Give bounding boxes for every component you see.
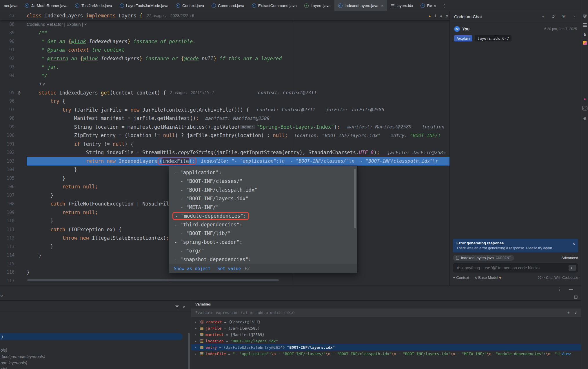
tab-IndexedLayers.java[interactable]: CIndexedLayers.java× — [334, 0, 387, 11]
popup-row[interactable]: - "application": — [169, 168, 357, 177]
tab-more-menu-icon[interactable]: ⋮ — [442, 0, 446, 11]
panel-layout-icon[interactable]: ◫ — [574, 295, 578, 299]
code-line-95[interactable]: 95@ static IndexedLayers get(Context con… — [0, 88, 450, 97]
variable-row-location[interactable]: ▸location = "BOOT-INF/layers.idx" — [191, 338, 581, 344]
popup-row[interactable]: - "BOOT-INF/classes/" — [169, 177, 357, 186]
tab-JarModeRunner.java[interactable]: CJarModeRunner.java — [21, 0, 71, 11]
file-reference-chip[interactable]: layers.idx:6-7 — [475, 35, 512, 41]
popup-row[interactable]: - "META-INF/" — [169, 203, 357, 212]
chat-input[interactable] — [457, 266, 569, 270]
more-menu-icon[interactable]: ⋮ — [573, 14, 577, 19]
variable-row-context[interactable]: ▸pcontext = {Context@2311} — [191, 319, 581, 325]
code-line-92[interactable]: 92 * @return an {@link IndexedLayers} in… — [0, 54, 450, 63]
popup-row[interactable]: - "BOOT-INF/lib/" — [169, 229, 357, 238]
inlay-row[interactable]: ✦∨ — [0, 80, 450, 89]
filter-chevron-icon[interactable]: ∨ — [183, 305, 185, 309]
frame-row[interactable]: .boot.jarmode.layertools) — [0, 353, 183, 360]
popup-scrollbar[interactable] — [354, 169, 356, 228]
code-line-97[interactable]: 97 try (JarFile jarFile = new JarFile(co… — [0, 106, 450, 114]
expand-chevron-icon[interactable]: ▸ — [195, 333, 200, 336]
popup-row[interactable]: - "third-dependencies": — [169, 220, 357, 229]
panel-minimize-icon[interactable]: — — [569, 287, 573, 291]
frame-row[interactable]: ols) — [0, 347, 183, 353]
popup-row[interactable]: - "module-dependencies": — [169, 212, 357, 220]
code-block-icon[interactable]: {..} — [582, 106, 587, 110]
next-warning-icon[interactable]: ∨ — [446, 14, 449, 18]
database-icon[interactable] — [583, 23, 587, 24]
settings-gear-icon[interactable]: ✻ — [562, 14, 566, 19]
plugin-icon[interactable]: ♞ — [581, 32, 588, 37]
evaluate-expression-bar[interactable]: Evaluate expression (↵) or add a watch (… — [191, 308, 581, 317]
tab-Layers.java[interactable]: ILayers.java — [301, 0, 334, 11]
ai-spark-icon[interactable]: ✦ — [581, 97, 588, 101]
show-as-object-link[interactable]: Show as object — [174, 266, 210, 271]
code-line-99[interactable]: 99 String location = manifest.getMainAtt… — [0, 123, 450, 131]
tab-ner.java[interactable]: ner.java — [0, 0, 21, 11]
close-icon[interactable]: × — [381, 3, 383, 8]
package-icon[interactable] — [583, 41, 587, 45]
close-icon[interactable]: × — [573, 241, 575, 246]
popup-row[interactable]: - "spring-boot-loader": — [169, 238, 357, 246]
frame-row[interactable]: ols) — [0, 366, 183, 369]
context-file-pill[interactable]: IndexedLayers.java CURRENT — [453, 255, 514, 261]
popup-row[interactable]: - "org/" — [169, 246, 357, 255]
code-line-91[interactable]: 91 * @param context the context — [0, 46, 450, 54]
tab-Repacka[interactable]: CRepacka — [417, 0, 432, 11]
code-line-103[interactable]: 103 return new IndexedLayers(indexFile);… — [0, 157, 450, 166]
tab-TestJarMode.java[interactable]: CTestJarMode.java — [71, 0, 116, 11]
tab-ExtractCommand.java[interactable]: CExtractCommand.java — [248, 0, 301, 11]
inspection-widget[interactable]: ▲1∧∨ — [428, 11, 448, 20]
new-chat-icon[interactable]: + — [542, 14, 545, 19]
set-value-link[interactable]: Set value — [217, 266, 241, 271]
popup-row[interactable]: - "snapshot-dependencies": — [169, 255, 357, 264]
expand-chevron-icon[interactable]: ▸ — [195, 346, 200, 349]
explain-command-chip[interactable]: /explain — [454, 35, 472, 41]
tab-Context.java[interactable]: CContext.java — [172, 0, 208, 11]
selected-frame-row[interactable]: ) — [0, 333, 183, 340]
mentions-icon[interactable]: @ — [581, 13, 588, 18]
expand-chevron-icon[interactable]: ▸ — [195, 327, 200, 330]
chat-input-box[interactable]: ↵ — [453, 263, 578, 272]
evalbar-chevron-icon[interactable]: ∨ — [574, 310, 577, 315]
send-enter-icon[interactable]: ↵ — [569, 265, 576, 271]
horizontal-scrollbar[interactable] — [27, 279, 279, 281]
tab-layers.idx[interactable]: layers.idx — [387, 0, 417, 11]
filter-funnel-icon[interactable] — [175, 306, 179, 309]
sticky-header-line[interactable]: 43class IndexedLayers implements Layers … — [0, 11, 450, 20]
code-line-100[interactable]: 100 ZipEntry entry = (location != null) … — [0, 131, 450, 140]
variable-row-jarFile[interactable]: ▸jarFile = {JarFile@2585} — [191, 325, 581, 331]
chat-with-codebase[interactable]: ⌘ ↵ Chat With Codebase — [538, 276, 578, 280]
history-icon[interactable]: ↺ — [551, 14, 555, 19]
popup-row[interactable]: - "BOOT-INF/layers.idx" — [169, 194, 357, 203]
add-context-button[interactable]: + Context — [453, 275, 469, 280]
add-watch-icon[interactable]: + — [567, 310, 570, 315]
variables-tab-label[interactable]: Variables — [195, 302, 211, 306]
frame-row[interactable]: ode.layertools) — [0, 360, 183, 366]
code-line-101[interactable]: 101 if (entry != null) { — [0, 140, 450, 148]
code-line-94[interactable]: 94 */ — [0, 71, 450, 80]
variable-row-indexFile[interactable]: ▸indexFile = "- "application":\n - "BOOT… — [191, 350, 581, 357]
expand-chevron-icon[interactable]: ▸ — [195, 352, 200, 355]
tab-Command.java[interactable]: CCommand.java — [208, 0, 248, 11]
variable-row-manifest[interactable]: ▸manifest = {Manifest@2589} — [191, 331, 581, 338]
tab-overflow-chevron-icon[interactable]: ∨ — [434, 0, 436, 11]
advanced-link[interactable]: Advanced — [561, 256, 578, 260]
popup-row[interactable]: - "BOOT-INF/classpath.idx" — [169, 186, 357, 194]
view-value-link[interactable]: View — [562, 352, 571, 356]
code-line-88[interactable]: 88Codeium: Refactor | Explain | × — [0, 20, 450, 29]
expand-chevron-icon[interactable]: ▸ — [195, 320, 200, 323]
code-line-93[interactable]: 93 * jar. — [0, 63, 450, 72]
code-line-98[interactable]: 98 Manifest manifest = jarFile.getManife… — [0, 114, 450, 123]
code-line-102[interactable]: 102 String indexFile = StreamUtils.copyT… — [0, 148, 450, 157]
panel-more-icon[interactable]: ⋮ — [557, 287, 561, 291]
prev-warning-icon[interactable]: ∧ — [440, 14, 443, 18]
model-selector[interactable]: ∧ Base Model ϟ — [474, 275, 501, 280]
globe-icon[interactable]: ⊕ — [581, 116, 588, 121]
code-line-89[interactable]: 89 /** — [0, 29, 450, 37]
frames-scrollbar[interactable] — [188, 333, 190, 369]
code-line-96[interactable]: 96 try { — [0, 97, 450, 106]
code-line-90[interactable]: 90 * Get an {@link IndexedLayers} instan… — [0, 37, 450, 46]
tab-LayerToolsJarMode.java[interactable]: CLayerToolsJarMode.java — [116, 0, 172, 11]
variable-row-entry[interactable]: ▸entry = {JarFile$JarFileEntry@2634} "BO… — [191, 344, 581, 350]
expand-chevron-icon[interactable]: ▸ — [195, 339, 200, 343]
